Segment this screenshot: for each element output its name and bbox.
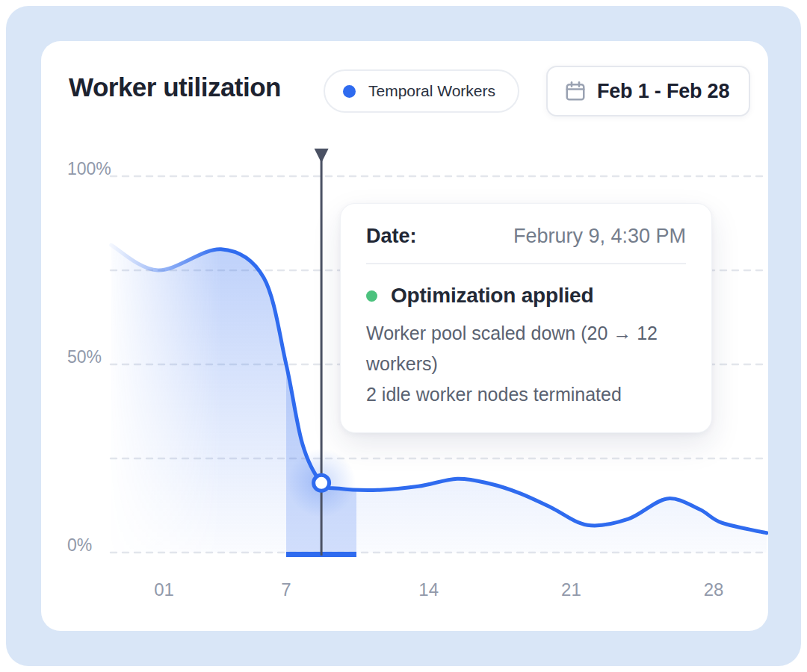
marker-point[interactable]	[314, 475, 330, 491]
x-axis-label-21: 21	[561, 579, 581, 600]
chart-tooltip: Date: Februry 9, 4:30 PM Optimization ap…	[340, 203, 712, 433]
page-background: Worker utilization Temporal Workers Feb …	[0, 0, 807, 672]
tooltip-body-line: 2 idle worker nodes terminated	[366, 379, 686, 410]
tooltip-date-value: Februry 9, 4:30 PM	[513, 225, 686, 248]
x-axis-label-14: 14	[418, 579, 439, 600]
tooltip-event-row: Optimization applied	[366, 284, 686, 308]
x-axis-label-28: 28	[704, 579, 724, 600]
worker-utilization-card: Worker utilization Temporal Workers Feb …	[41, 41, 768, 631]
x-axis-label-01: 01	[154, 579, 174, 600]
tooltip-date-label: Date:	[366, 225, 417, 248]
event-status-dot-icon	[366, 290, 377, 302]
tooltip-body-line: Worker pool scaled down (20 → 12 workers…	[366, 318, 686, 379]
y-axis-label-50: 50%	[67, 347, 102, 367]
marker-triangle-icon	[315, 149, 329, 163]
y-axis-label-0: 0%	[67, 535, 92, 555]
tooltip-event-title: Optimization applied	[391, 284, 593, 308]
y-axis-label-100: 100%	[67, 159, 111, 178]
x-axis-label-7: 7	[281, 579, 291, 600]
dashboard-panel: Worker utilization Temporal Workers Feb …	[6, 6, 801, 666]
tooltip-header: Date: Februry 9, 4:30 PM	[366, 225, 686, 264]
tooltip-body: Worker pool scaled down (20 → 12 workers…	[366, 318, 686, 410]
